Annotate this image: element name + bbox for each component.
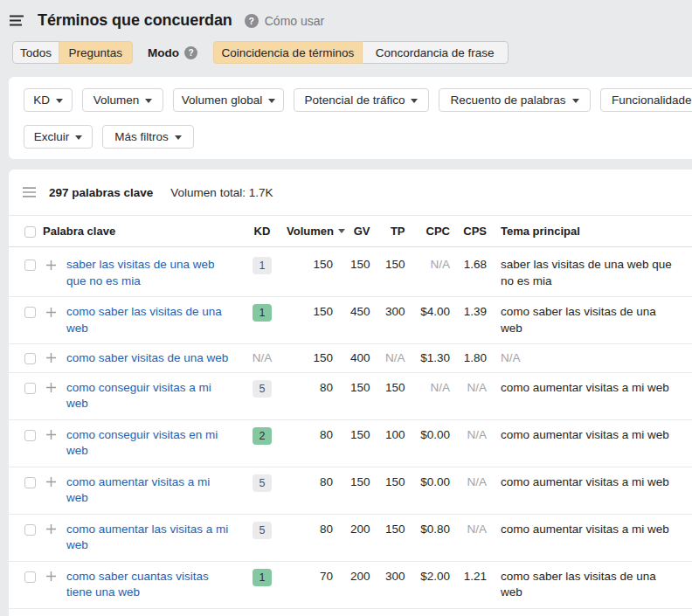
tp-value: N/A [385,351,405,364]
add-keyword-icon[interactable] [45,476,57,488]
keyword-link[interactable]: como saber las visitas de una web [66,305,222,335]
filter-button-recuento-de-palabras[interactable]: Recuento de palabras [439,88,591,112]
column-header-cps[interactable]: CPS [450,216,487,247]
tabs-bar: Todos Preguntas Modo ? Coincidencia de t… [12,41,692,64]
cpc-value: $0.00 [420,428,450,441]
dropdown-caret-icon [175,135,182,140]
add-keyword-icon[interactable] [45,429,57,440]
cps-value: N/A [467,475,487,488]
parent-topic-link[interactable]: como saber las visitas de una web [501,305,656,335]
kd-badge: 5 [253,474,272,492]
add-keyword-icon[interactable] [45,523,57,535]
tp-value: 150 [385,523,405,536]
volume-value: 80 [320,381,333,394]
dropdown-caret-icon [411,99,418,103]
volume-value: 70 [320,570,333,583]
keyword-link[interactable]: como saber cuantas visitas tiene una web [66,570,209,599]
filter-button-kd[interactable]: KD [24,88,73,112]
tp-value: 300 [385,570,405,583]
parent-topic-link[interactable]: saber las visitas de una web que no es m… [501,258,672,287]
row-checkbox[interactable] [24,383,36,394]
volume-total: Volumen total: 1.7K [170,186,273,199]
row-checkbox[interactable] [24,353,36,364]
volume-value: 150 [313,351,333,364]
gv-value: 150 [350,475,370,488]
filter-button-volumen-global[interactable]: Volumen global [173,88,284,112]
keyword-link[interactable]: como saber visitas de una web [66,351,228,364]
column-header-tema-principal[interactable]: Tema principal [487,216,686,247]
column-header-cpc[interactable]: CPC [405,216,451,247]
row-checkbox[interactable] [24,524,36,536]
kd-badge: 1 [253,257,272,274]
cpc-value: N/A [430,381,450,394]
filter-button-potencial-de-tr-fico[interactable]: Potencial de tráfico [294,88,429,112]
cpc-value: $4.00 [420,305,450,318]
row-checkbox[interactable] [24,307,36,318]
add-keyword-icon[interactable] [45,382,57,393]
filter-button-m-s-filtros[interactable]: Más filtros [102,125,194,149]
tp-value: 300 [385,305,405,318]
kd-badge: 2 [253,427,272,445]
tab-preguntas[interactable]: Preguntas [59,41,133,64]
filters-row-1: KDVolumenVolumen globalPotencial de tráf… [24,88,692,112]
volume-value: 150 [313,305,333,318]
mode-help-icon[interactable]: ? [184,46,197,59]
tab-coincidencia-de-terminos[interactable]: Coincidencia de términos [213,41,363,64]
list-rows-icon[interactable] [23,187,36,197]
kd-badge: 1 [253,304,272,322]
keyword-link[interactable]: como aumentar visitas a mi web [66,475,210,505]
tab-concordancia-de-frase[interactable]: Concordancia de frase [362,41,509,64]
how-to-use-link[interactable]: Cómo usar [265,14,324,28]
gv-value: 200 [350,523,370,536]
parent-topic-link[interactable]: como saber las visitas de una web [501,570,656,599]
parent-topic-link[interactable]: como aumentar visitas a mi web [501,381,669,394]
volume-value: 80 [320,523,333,536]
filter-button-funcionalidades-serp[interactable]: Funcionalidades SERP [600,88,692,112]
volume-value: 150 [313,258,333,271]
help-question-icon[interactable]: ? [245,14,259,28]
keyword-link[interactable]: como conseguir visitas en mi web [66,428,218,458]
keyword-row: como saber cuantas visitas tiene una web… [9,561,692,608]
add-keyword-icon[interactable] [45,260,57,271]
parent-topic-link[interactable]: como aumentar visitas a mi web [501,475,669,488]
gv-value: 150 [350,381,370,394]
menu-icon[interactable] [10,15,24,26]
filter-button-volumen[interactable]: Volumen [82,88,163,112]
column-header-kd[interactable]: KD [252,216,273,247]
keyword-link[interactable]: como conseguir visitas a mi web [66,381,211,411]
tp-value: 150 [385,258,405,271]
cpc-value: N/A [430,258,450,271]
results-card: 297 palabras clave Volumen total: 1.7K P… [9,170,692,616]
cps-value: N/A [467,381,487,394]
keyword-link[interactable]: como aumentar las visitas a mi web [66,523,228,552]
kd-badge: 5 [253,380,272,398]
mode-label: Modo [148,46,179,59]
select-all-checkbox[interactable] [24,226,36,238]
column-header-palabra-clave[interactable]: Palabra clave [42,216,252,247]
add-keyword-icon[interactable] [45,307,57,318]
row-checkbox[interactable] [24,477,36,488]
tp-value: 100 [385,428,405,441]
mode-segmented-control: Coincidencia de términos Concordancia de… [213,41,508,64]
page-title: Términos que concuerdan [38,11,232,30]
table-header-row: Palabra clave KD Volumen GV TP CPC CPS T… [9,216,692,247]
parent-topic-link[interactable]: como aumentar visitas a mi web [501,428,669,441]
add-keyword-icon[interactable] [45,352,57,363]
volume-value: 80 [320,475,333,488]
add-keyword-icon[interactable] [45,571,57,582]
row-checkbox[interactable] [24,430,36,441]
title-bar: Términos que concuerdan ? Cómo usar [0,0,692,41]
scope-segmented-control: Todos Preguntas [12,41,133,64]
gv-value: 150 [350,258,370,271]
tab-todos[interactable]: Todos [12,41,59,64]
column-header-tp[interactable]: TP [370,216,405,247]
column-header-volumen[interactable]: Volumen [273,216,345,247]
parent-topic-link[interactable]: como aumentar visitas a mi web [501,523,669,536]
filter-button-excluir[interactable]: Excluir [24,125,93,149]
kd-badge: N/A [253,351,273,364]
keyword-row: como saber visitas de una web N/A 150 40… [9,344,692,373]
row-checkbox[interactable] [24,260,36,271]
column-header-gv[interactable]: GV [345,216,370,247]
row-checkbox[interactable] [24,571,36,583]
keyword-link[interactable]: saber las visitas de una web que no es m… [66,258,215,287]
